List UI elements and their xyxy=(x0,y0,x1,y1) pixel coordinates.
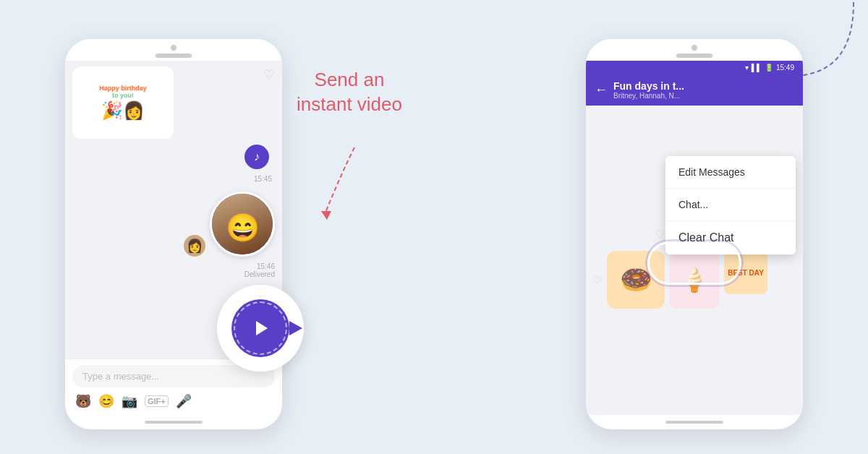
right-chat-body: Edit Messages Chat... Clear Chat 10:11 ♡… xyxy=(586,106,803,415)
gif-icon[interactable]: GIF+ xyxy=(145,395,169,407)
delivered-row: 15:46 Delivered xyxy=(72,262,275,278)
scene: Happy birthday to you! 🎉👩 ♡ ♪ 15:45 xyxy=(0,0,868,454)
sticker-row: Happy birthday to you! 🎉👩 ♡ xyxy=(72,67,275,139)
chat-title: Fun days in t... xyxy=(613,80,794,92)
right-speaker-bar xyxy=(676,53,712,58)
chat-header-info: Fun days in t... Britney, Hannah, N... xyxy=(613,80,794,100)
wifi-icon: ▾ xyxy=(745,64,749,72)
camera-icon[interactable]: 📷 xyxy=(122,393,137,409)
chat-item[interactable]: Chat... xyxy=(665,189,796,221)
play-triangle-icon xyxy=(256,321,268,335)
signal-icon: ▌▌ xyxy=(752,64,762,72)
right-bottom-indicator xyxy=(665,421,723,424)
clear-chat-highlight xyxy=(647,241,741,285)
toolbar-icons: 🐻 😊 📷 GIF+ 🎤 xyxy=(72,393,275,409)
send-instant-line2: instant video xyxy=(297,93,402,115)
music-bubble[interactable]: ♪ xyxy=(244,145,269,169)
video-circle-inner: 😄 xyxy=(212,194,273,254)
instant-video-overlay[interactable] xyxy=(217,285,304,372)
dropdown-menu: Edit Messages Chat... Clear Chat xyxy=(665,156,796,254)
status-bar: ▾ ▌▌ 🔋 15:49 xyxy=(586,61,803,74)
mic-icon[interactable]: 🎤 xyxy=(176,393,192,409)
timestamp-sticker: 15:45 xyxy=(72,175,272,183)
svg-marker-0 xyxy=(321,211,331,220)
video-record-button[interactable] xyxy=(231,299,289,357)
chat-header: ← Fun days in t... Britney, Hannah, N... xyxy=(586,74,803,106)
chat-subtitle: Britney, Hannah, N... xyxy=(613,92,794,100)
video-message-row: 👩 😄 xyxy=(72,192,275,257)
send-instant-arrow xyxy=(311,140,383,234)
video-circle[interactable]: 😄 xyxy=(210,192,275,257)
heart-left-sticker[interactable]: ♡ xyxy=(593,274,603,286)
sticker-icon[interactable]: 🐻 xyxy=(75,393,91,409)
send-instant-line1: Send an xyxy=(315,69,385,90)
phone-bottom-bar xyxy=(65,415,282,429)
left-phone-top xyxy=(65,39,282,61)
back-button[interactable]: ← xyxy=(595,82,608,98)
battery-icon: 🔋 xyxy=(765,64,773,72)
left-phone-section: Happy birthday to you! 🎉👩 ♡ ♪ 15:45 xyxy=(65,25,282,429)
emoji-icon[interactable]: 😊 xyxy=(98,393,114,409)
heart-icon-sticker[interactable]: ♡ xyxy=(263,67,275,82)
right-camera-dot xyxy=(692,45,697,51)
message-placeholder: Type a message... xyxy=(82,371,159,382)
delivered-label: Delivered xyxy=(244,270,275,278)
send-instant-label: Send an instant video xyxy=(297,68,402,117)
avatar-small: 👩 xyxy=(184,235,205,257)
right-phone-bottom xyxy=(586,415,803,429)
bottom-indicator xyxy=(145,421,203,424)
birthday-sticker: Happy birthday to you! 🎉👩 xyxy=(72,67,174,139)
right-phone-section: Clear chat ▾ ▌▌ 🔋 15:49 ← Fun xyxy=(586,25,803,429)
camera-dot xyxy=(171,45,176,51)
right-phone-top xyxy=(586,39,803,61)
camera-wing-icon xyxy=(289,321,302,335)
speaker-bar xyxy=(156,53,192,58)
timestamp-video: 15:46 xyxy=(257,262,275,270)
status-time: 15:49 xyxy=(776,64,794,72)
left-phone: Happy birthday to you! 🎉👩 ♡ ♪ 15:45 xyxy=(65,39,282,429)
right-phone: ▾ ▌▌ 🔋 15:49 ← Fun days in t... Britney,… xyxy=(586,39,803,429)
heart-icon-msg[interactable]: ♡ xyxy=(655,228,665,240)
edit-messages-item[interactable]: Edit Messages xyxy=(665,156,796,189)
